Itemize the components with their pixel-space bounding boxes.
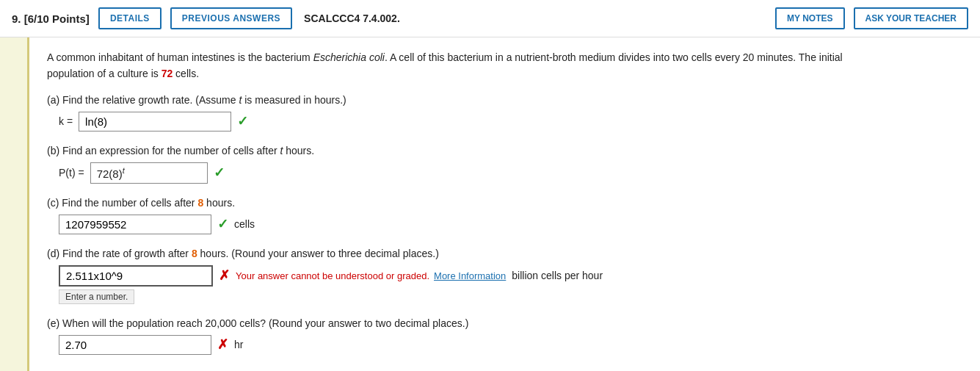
details-button[interactable]: DETAILS <box>98 7 161 29</box>
part-b-correct-icon: ✓ <box>214 165 225 181</box>
part-d-tooltip: Enter a number. <box>59 289 134 304</box>
part-d-highlight: 8 <box>192 248 197 259</box>
part-e-input[interactable] <box>59 335 211 355</box>
part-d-label: (d) Find the rate of growth after 8 hour… <box>47 248 962 259</box>
main-content: A common inhabitant of human intestines … <box>0 37 980 371</box>
content-area: A common inhabitant of human intestines … <box>29 37 980 371</box>
part-a-answer-row: k = ✓ <box>59 112 962 132</box>
ask-teacher-button[interactable]: ASK YOUR TEACHER <box>854 7 968 29</box>
scalcode: SCALCCC4 7.4.002. <box>304 12 400 24</box>
part-a: (a) Find the relative growth rate. (Assu… <box>47 94 962 132</box>
part-c-correct-icon: ✓ <box>217 216 228 232</box>
part-b-answer-row: P(t) = 72(8)t ✓ <box>59 162 962 184</box>
problem-text-end: cells. <box>173 68 199 79</box>
part-e: (e) When will the population reach 20,00… <box>47 317 962 355</box>
part-d-more-info-link[interactable]: More Information <box>434 270 506 281</box>
previous-answers-button[interactable]: PREVIOUS ANSWERS <box>170 7 292 29</box>
part-a-correct-icon: ✓ <box>237 113 248 129</box>
part-d-error-message: Your answer cannot be understood or grad… <box>236 270 506 281</box>
part-e-wrong-icon: ✗ <box>217 336 228 353</box>
part-c-label: (c) Find the number of cells after 8 hou… <box>47 197 962 209</box>
initial-population: 72 <box>161 68 173 79</box>
part-b-label-text: (b) Find an expression for the number of… <box>47 145 314 156</box>
problem-text-before: A common inhabitant of human intestines … <box>47 51 313 63</box>
part-a-label: (a) Find the relative growth rate. (Assu… <box>47 94 962 106</box>
part-c-suffix: cells <box>234 218 255 230</box>
problem-text: A common inhabitant of human intestines … <box>47 49 854 82</box>
part-d-input[interactable] <box>59 265 213 287</box>
part-b-label: (b) Find an expression for the number of… <box>47 145 962 156</box>
part-d-label-before: (d) Find the rate of growth after <box>47 248 192 259</box>
part-d-tooltip-row: Enter a number. <box>59 288 962 304</box>
part-e-answer-row: ✗ hr <box>59 335 962 355</box>
part-a-prefix: k = <box>59 115 73 127</box>
question-label: 9. [6/10 Points] <box>12 12 90 25</box>
part-d-error-text: Your answer cannot be understood or grad… <box>236 270 429 281</box>
part-d-suffix: billion cells per hour <box>512 270 603 281</box>
bacteria-name: Escherichia coli <box>313 51 385 63</box>
part-e-label: (e) When will the population reach 20,00… <box>47 317 962 329</box>
part-d-wrong-icon: ✗ <box>219 267 230 284</box>
part-d-answer-row: ✗ Your answer cannot be understood or gr… <box>59 265 962 287</box>
part-c: (c) Find the number of cells after 8 hou… <box>47 197 962 234</box>
part-e-label-text: (e) When will the population reach 20,00… <box>47 317 468 329</box>
part-d-label-end: hours. (Round your answer to three decim… <box>197 248 439 259</box>
part-d: (d) Find the rate of growth after 8 hour… <box>47 248 962 304</box>
part-b-prefix: P(t) = <box>59 167 84 179</box>
part-b-input[interactable]: 72(8)t <box>90 162 208 184</box>
part-c-input[interactable] <box>59 215 211 234</box>
my-notes-button[interactable]: MY NOTES <box>775 7 844 29</box>
part-e-suffix: hr <box>234 339 243 350</box>
part-a-input[interactable] <box>79 112 231 132</box>
part-c-answer-row: ✓ cells <box>59 215 962 234</box>
part-c-label-end: hours. <box>203 197 235 209</box>
part-b: (b) Find an expression for the number of… <box>47 145 962 184</box>
left-accent-bar <box>0 37 29 371</box>
part-d-answer-block: ✗ Your answer cannot be understood or gr… <box>47 265 962 304</box>
part-a-label-text: (a) Find the relative growth rate. (Assu… <box>47 94 346 106</box>
header-bar: 9. [6/10 Points] DETAILS PREVIOUS ANSWER… <box>0 0 980 37</box>
part-c-label-before: (c) Find the number of cells after <box>47 197 197 209</box>
